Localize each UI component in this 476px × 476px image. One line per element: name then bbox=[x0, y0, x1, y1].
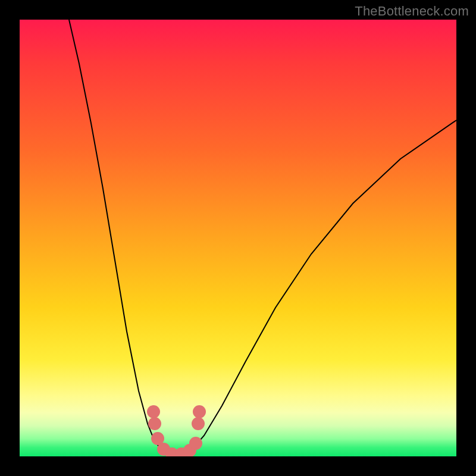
chart-svg bbox=[20, 20, 456, 456]
marker-cluster bbox=[147, 405, 206, 456]
marker-point bbox=[148, 417, 161, 430]
curve-left-branch bbox=[69, 20, 176, 456]
watermark-text: TheBottleneck.com bbox=[355, 4, 469, 19]
outer-frame: TheBottleneck.com bbox=[0, 0, 476, 476]
curve-right-branch bbox=[176, 120, 456, 456]
marker-point bbox=[193, 405, 206, 418]
marker-point bbox=[189, 437, 202, 450]
marker-point bbox=[147, 405, 160, 418]
marker-point bbox=[192, 417, 205, 430]
chart-plot-area bbox=[20, 20, 456, 456]
